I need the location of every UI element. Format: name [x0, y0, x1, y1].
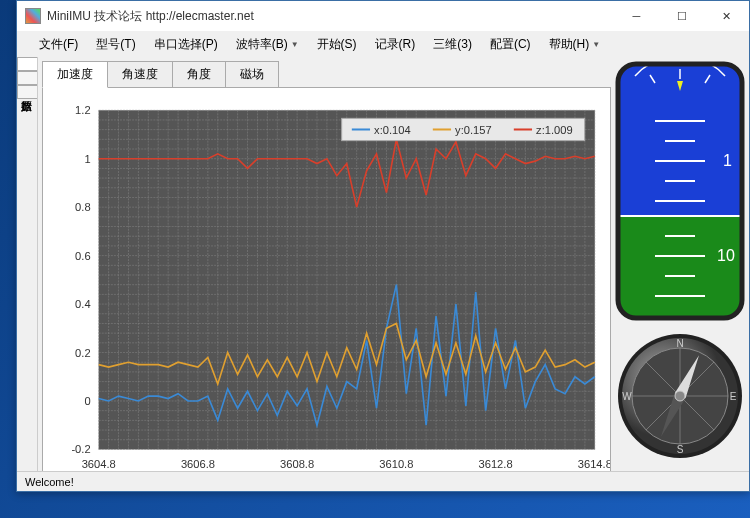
- svg-text:0.6: 0.6: [75, 250, 90, 262]
- main-panel: 加速度 角速度 角度 磁场 -0.200.20.40.60.811.23604.…: [38, 57, 749, 471]
- side-tab-data[interactable]: 数据: [17, 71, 37, 85]
- statusbar: Welcome!: [17, 471, 749, 491]
- menu-baud[interactable]: 波特率(B)▼: [228, 32, 307, 57]
- svg-text:0.2: 0.2: [75, 347, 90, 359]
- menubar: 文件(F) 型号(T) 串口选择(P) 波特率(B)▼ 开始(S) 记录(R) …: [17, 31, 749, 57]
- tab-gyro[interactable]: 角速度: [107, 61, 173, 88]
- svg-text:3608.8: 3608.8: [280, 458, 314, 470]
- svg-text:0: 0: [84, 395, 90, 407]
- svg-text:3610.8: 3610.8: [379, 458, 413, 470]
- menu-file[interactable]: 文件(F): [31, 32, 86, 57]
- svg-text:E: E: [730, 391, 737, 402]
- svg-text:3614.8: 3614.8: [578, 458, 610, 470]
- menu-help[interactable]: 帮助(H)▼: [541, 32, 609, 57]
- svg-text:3612.8: 3612.8: [479, 458, 513, 470]
- app-icon: [25, 8, 41, 24]
- svg-text:N: N: [676, 338, 683, 349]
- chart-container: -0.200.20.40.60.811.23604.83606.83608.83…: [42, 87, 611, 488]
- close-button[interactable]: ✕: [704, 1, 749, 31]
- svg-text:W: W: [622, 391, 632, 402]
- svg-text:x:0.104: x:0.104: [374, 124, 411, 136]
- svg-text:0.4: 0.4: [75, 298, 90, 310]
- menu-start[interactable]: 开始(S): [309, 32, 365, 57]
- svg-text:1.2: 1.2: [75, 104, 90, 116]
- window-title: MiniIMU 技术论坛 http://elecmaster.net: [47, 8, 254, 25]
- side-tab-graph[interactable]: 图示: [17, 57, 37, 71]
- side-tab-raw[interactable]: 原始数据: [17, 85, 37, 99]
- menu-port[interactable]: 串口选择(P): [146, 32, 226, 57]
- line-chart: -0.200.20.40.60.811.23604.83606.83608.83…: [43, 88, 610, 487]
- menu-model[interactable]: 型号(T): [88, 32, 143, 57]
- gauges-panel: 1 10: [615, 61, 745, 467]
- tab-angle[interactable]: 角度: [172, 61, 226, 88]
- svg-text:0.8: 0.8: [75, 201, 90, 213]
- compass-gauge: N E S W: [615, 331, 745, 467]
- svg-text:3606.8: 3606.8: [181, 458, 215, 470]
- chevron-down-icon: ▼: [291, 40, 299, 49]
- menu-3d[interactable]: 三维(3): [425, 32, 480, 57]
- svg-text:10: 10: [717, 247, 735, 264]
- attitude-indicator: 1 10: [615, 61, 745, 325]
- side-tabs: 图示 数据 原始数据: [17, 57, 38, 471]
- svg-text:1: 1: [84, 153, 90, 165]
- svg-point-142: [675, 391, 685, 401]
- svg-text:y:0.157: y:0.157: [455, 124, 492, 136]
- svg-rect-111: [615, 216, 745, 321]
- data-tabs: 加速度 角速度 角度 磁场: [42, 61, 611, 88]
- titlebar[interactable]: MiniIMU 技术论坛 http://elecmaster.net ─ ☐ ✕: [17, 1, 749, 31]
- maximize-button[interactable]: ☐: [659, 1, 704, 31]
- menu-record[interactable]: 记录(R): [367, 32, 424, 57]
- svg-text:S: S: [677, 444, 684, 455]
- client-area: 图示 数据 原始数据 加速度 角速度 角度 磁场 -0.200.20.40.60…: [17, 57, 749, 471]
- svg-text:3604.8: 3604.8: [82, 458, 116, 470]
- svg-text:1: 1: [723, 152, 732, 169]
- app-window: MiniIMU 技术论坛 http://elecmaster.net ─ ☐ ✕…: [16, 0, 750, 492]
- status-text: Welcome!: [25, 476, 74, 488]
- menu-config[interactable]: 配置(C): [482, 32, 539, 57]
- svg-text:-0.2: -0.2: [71, 443, 90, 455]
- svg-text:z:1.009: z:1.009: [536, 124, 573, 136]
- tab-mag[interactable]: 磁场: [225, 61, 279, 88]
- chevron-down-icon: ▼: [592, 40, 600, 49]
- minimize-button[interactable]: ─: [614, 1, 659, 31]
- chart-panel: 加速度 角速度 角度 磁场 -0.200.20.40.60.811.23604.…: [42, 61, 611, 467]
- tab-accel[interactable]: 加速度: [42, 61, 108, 88]
